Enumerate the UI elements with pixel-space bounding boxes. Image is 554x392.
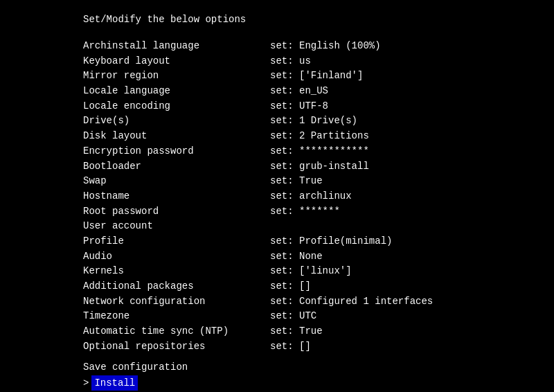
menu-label: Audio [83, 249, 270, 265]
menu-row[interactable]: Additional packagesset: [] [83, 279, 540, 294]
bottom-item-save-configuration[interactable]: Save configuration [83, 359, 540, 375]
cursor-indicator: > [83, 375, 89, 391]
menu-value: set: ['linux'] [270, 264, 540, 279]
menu-label: Archinstall language [83, 39, 270, 54]
menu-row[interactable]: Bootloaderset: grub-install [83, 159, 540, 175]
menu-value [270, 219, 540, 234]
menu-label: Keyboard layout [83, 54, 270, 69]
menu-row[interactable]: Audioset: None [83, 249, 540, 265]
menu-label: Root password [83, 204, 270, 220]
menu-row[interactable]: User account [83, 219, 540, 234]
menu-value: set: 2 Partitions [270, 129, 540, 144]
menu-value: set: UTC [270, 309, 540, 324]
menu-row[interactable]: Optional repositoriesset: [] [83, 339, 540, 355]
menu-label: Drive(s) [83, 114, 270, 129]
menu-row[interactable]: Locale encodingset: UTF-8 [83, 99, 540, 114]
menu-row[interactable]: Encryption passwordset: ************ [83, 144, 540, 159]
menu-row[interactable]: Locale languageset: en_US [83, 84, 540, 99]
menu-value: set: grub-install [270, 159, 540, 175]
menu-label: Additional packages [83, 279, 270, 294]
menu-section: Archinstall languageset: English (100%)K… [14, 39, 540, 354]
menu-row[interactable]: Root passwordset: ******* [83, 204, 540, 220]
menu-row[interactable]: Archinstall languageset: English (100%) [83, 39, 540, 54]
bottom-item-install[interactable]: > Install [83, 375, 540, 391]
menu-value: set: UTF-8 [270, 99, 540, 114]
header-text: Set/Modify the below options [83, 14, 246, 25]
menu-value: set: Configured 1 interfaces [270, 294, 540, 310]
install-highlight: Install [91, 375, 138, 391]
menu-value: set: us [270, 54, 540, 69]
menu-label: Profile [83, 234, 270, 249]
menu-row[interactable]: Mirror regionset: ['Finland'] [83, 69, 540, 84]
menu-value: set: [] [270, 339, 540, 355]
menu-row[interactable]: Keyboard layoutset: us [83, 54, 540, 69]
menu-value: set: Profile(minimal) [270, 234, 540, 249]
menu-value: set: ['Finland'] [270, 69, 540, 84]
menu-label: Timezone [83, 309, 270, 324]
menu-value: set: True [270, 324, 540, 339]
menu-value: set: English (100%) [270, 39, 540, 54]
menu-row[interactable]: Hostnameset: archlinux [83, 189, 540, 204]
menu-row[interactable]: Swapset: True [83, 174, 540, 189]
menu-label: Hostname [83, 189, 270, 204]
menu-label: Encryption password [83, 144, 270, 159]
menu-label: Disk layout [83, 129, 270, 144]
menu-value: set: [] [270, 279, 540, 294]
menu-value: set: archlinux [270, 189, 540, 204]
menu-label: Mirror region [83, 69, 270, 84]
menu-label: Network configuration [83, 294, 270, 310]
menu-row[interactable]: Profileset: Profile(minimal) [83, 234, 540, 249]
menu-row[interactable]: Network configurationset: Configured 1 i… [83, 294, 540, 310]
menu-label: Automatic time sync (NTP) [83, 324, 270, 339]
menu-label: Kernels [83, 264, 270, 279]
menu-value: set: ******* [270, 204, 540, 220]
menu-value: set: None [270, 249, 540, 265]
menu-label: Optional repositories [83, 339, 270, 355]
menu-value: set: en_US [270, 84, 540, 99]
menu-label: Locale language [83, 84, 270, 99]
menu-label: Locale encoding [83, 99, 270, 114]
install-row: > Install [83, 375, 540, 391]
bottom-section: Save configuration> Install Abort(Press … [14, 359, 540, 392]
menu-value: set: 1 Drive(s) [270, 114, 540, 129]
menu-row[interactable]: Timezoneset: UTC [83, 309, 540, 324]
menu-value: set: ************ [270, 144, 540, 159]
menu-label: Bootloader [83, 159, 270, 175]
menu-label: User account [83, 219, 270, 234]
menu-row[interactable]: Disk layoutset: 2 Partitions [83, 129, 540, 144]
menu-row[interactable]: Drive(s)set: 1 Drive(s) [83, 114, 540, 129]
menu-row[interactable]: Kernelsset: ['linux'] [83, 264, 540, 279]
menu-label: Swap [83, 174, 270, 189]
menu-value: set: True [270, 174, 540, 189]
menu-row[interactable]: Automatic time sync (NTP)set: True [83, 324, 540, 339]
